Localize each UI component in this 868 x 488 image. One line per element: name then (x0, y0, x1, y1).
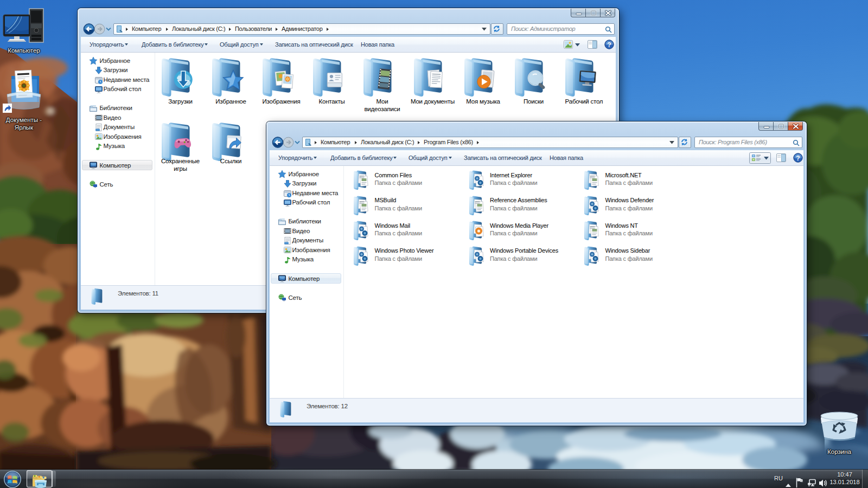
svg-text:?: ? (607, 41, 611, 49)
svg-text:?: ? (796, 155, 800, 162)
